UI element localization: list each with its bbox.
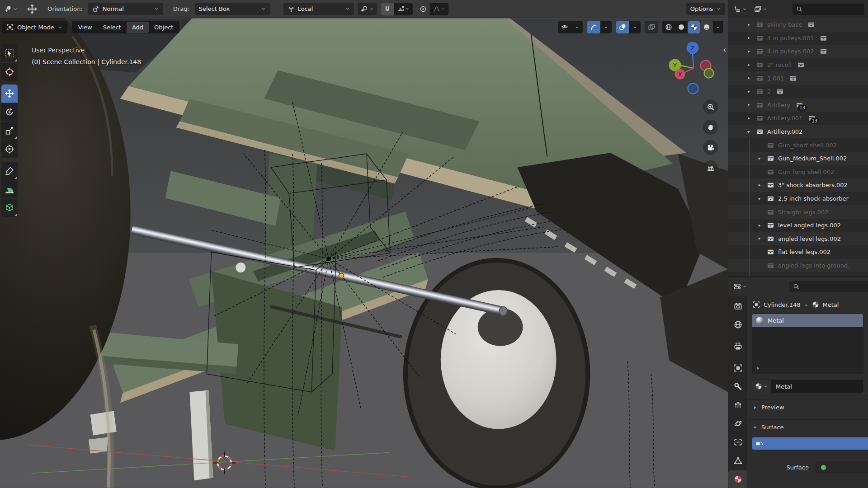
disclosure-closed[interactable] — [745, 49, 753, 54]
transform-space-dropdown[interactable]: Local — [283, 3, 354, 15]
outliner-row[interactable]: Gun_Medium_Shell.002 — [728, 152, 868, 165]
outliner-row[interactable]: 2" recoil — [728, 58, 868, 72]
properties-editor-select[interactable] — [732, 282, 749, 291]
pan-button[interactable] — [703, 120, 718, 135]
snap-toggle[interactable] — [381, 3, 394, 15]
slot-list-expander[interactable] — [756, 364, 760, 371]
breadcrumb-object[interactable]: Cylinder.148 — [764, 301, 801, 308]
material-slot-selected[interactable]: Metal — [752, 314, 863, 327]
outliner-row[interactable]: Artillery.00113 — [728, 112, 868, 125]
visibility-dropdown[interactable] — [571, 21, 583, 33]
tab-render[interactable] — [728, 297, 747, 315]
browse-material-button[interactable] — [752, 380, 771, 393]
tool-annotate[interactable] — [1, 162, 18, 180]
tool-measure[interactable] — [1, 180, 18, 199]
disclosure-closed[interactable] — [755, 236, 764, 241]
tab-data[interactable] — [728, 452, 747, 469]
overlays-dropdown[interactable] — [629, 21, 641, 33]
gizmos-toggle[interactable] — [587, 21, 600, 33]
shading-solid[interactable] — [675, 21, 688, 33]
disclosure-closed[interactable] — [745, 36, 753, 40]
disclosure-closed[interactable] — [745, 76, 753, 80]
disclosure-closed[interactable] — [745, 63, 753, 67]
outliner-row[interactable]: Gun_long shell.002 — [728, 165, 868, 179]
disclosure-open[interactable] — [745, 130, 753, 134]
orientation-dropdown[interactable]: Normal — [88, 3, 163, 15]
disclosure-closed[interactable] — [755, 183, 764, 188]
outliner-row[interactable]: Straight legs.002 — [728, 205, 868, 219]
tab-particles[interactable] — [728, 396, 747, 414]
xray-toggle[interactable] — [645, 21, 658, 33]
outliner-row[interactable]: Gun_short shell.002 — [728, 138, 868, 152]
surface-shader-socket[interactable] — [815, 461, 868, 473]
disclosure-closed[interactable] — [745, 103, 753, 107]
falloff-button[interactable] — [430, 3, 448, 15]
drag-dropdown[interactable]: Select Box — [195, 3, 270, 15]
editor-type-select[interactable] — [3, 4, 19, 14]
disclosure-closed[interactable] — [745, 89, 753, 94]
tab-material[interactable] — [728, 470, 747, 488]
proportional-edit-toggle[interactable] — [416, 3, 430, 15]
material-slot-list[interactable]: Metal — [752, 314, 863, 374]
disclosure-closed[interactable] — [745, 23, 753, 27]
outliner-row[interactable]: 2.5 inch shock absorber — [728, 192, 868, 206]
tab-output[interactable] — [728, 338, 747, 355]
shading-material-preview[interactable] — [688, 21, 700, 33]
outliner-row[interactable] — [728, 272, 868, 277]
viewport-3d[interactable]: Object Mode ViewSelectAddObject — [0, 18, 728, 488]
tool-scale[interactable] — [1, 122, 18, 140]
pivot-point-button[interactable] — [358, 3, 377, 15]
outliner-row[interactable]: 4 in pulleys.001 — [728, 32, 868, 45]
disclosure-closed[interactable] — [755, 223, 764, 228]
properties-search-input[interactable] — [789, 281, 868, 292]
tab-world[interactable] — [728, 316, 747, 333]
tool-transform[interactable] — [1, 140, 18, 159]
gizmo-neg-y-ball[interactable] — [704, 69, 714, 78]
tab-modifiers[interactable] — [728, 378, 747, 395]
overlays-toggle[interactable] — [616, 21, 629, 33]
menu-select[interactable]: Select — [98, 22, 127, 33]
disclosure-closed[interactable] — [755, 156, 764, 161]
material-name-field[interactable]: Metal — [771, 380, 863, 393]
outliner-editor-select[interactable] — [732, 4, 749, 14]
zoom-button[interactable] — [703, 99, 718, 114]
gizmos-dropdown[interactable] — [600, 21, 612, 33]
disclosure-closed[interactable] — [755, 197, 764, 201]
menu-object[interactable]: Object — [149, 22, 179, 33]
outliner-row[interactable]: level angled legs.002 — [728, 219, 868, 232]
shading-rendered[interactable] — [700, 21, 713, 33]
tool-cursor[interactable] — [1, 63, 18, 81]
show-hide-button[interactable] — [558, 21, 571, 33]
shading-dropdown[interactable] — [713, 21, 723, 33]
outliner-row[interactable]: Artillery.002 — [728, 125, 868, 139]
tool-move[interactable] — [1, 84, 18, 103]
surface-panel-header[interactable]: Surface — [747, 419, 868, 435]
outliner-row[interactable]: 1.001 — [728, 71, 868, 85]
viewport-3d-scene[interactable] — [0, 18, 728, 488]
tool-rotate[interactable] — [1, 103, 18, 122]
use-nodes-button[interactable] — [752, 437, 868, 450]
breadcrumb-material[interactable]: Metal — [823, 301, 839, 308]
preview-panel-header[interactable]: Preview — [747, 399, 868, 415]
tool-select-box[interactable] — [1, 44, 18, 63]
outliner-row[interactable]: skinny base — [728, 18, 868, 32]
outliner-row[interactable]: angled legs into ground. — [728, 259, 868, 272]
sidebar-collapse-arrow[interactable] — [722, 46, 728, 53]
outliner-search-input[interactable] — [793, 4, 864, 15]
disclosure-closed[interactable] — [745, 116, 753, 121]
options-dropdown[interactable]: Options — [686, 3, 725, 15]
gizmo-neg-z-ball[interactable] — [688, 84, 698, 94]
menu-view[interactable]: View — [73, 22, 98, 33]
ortho-persp-button[interactable] — [703, 160, 718, 175]
outliner-row[interactable]: 2 — [728, 85, 868, 99]
tab-physics[interactable] — [728, 415, 747, 432]
outliner-display-mode[interactable] — [752, 4, 769, 14]
outliner-row[interactable]: Artillery13 — [728, 99, 868, 112]
tool-add-cube[interactable] — [1, 199, 18, 217]
snap-mode-button[interactable] — [394, 3, 413, 15]
tab-constraints[interactable] — [728, 433, 747, 451]
navigation-gizmo[interactable]: Z Y X — [665, 39, 722, 98]
mode-dropdown[interactable]: Object Mode — [2, 21, 67, 33]
menu-add[interactable]: Add — [127, 22, 149, 33]
tab-object[interactable] — [728, 359, 747, 377]
